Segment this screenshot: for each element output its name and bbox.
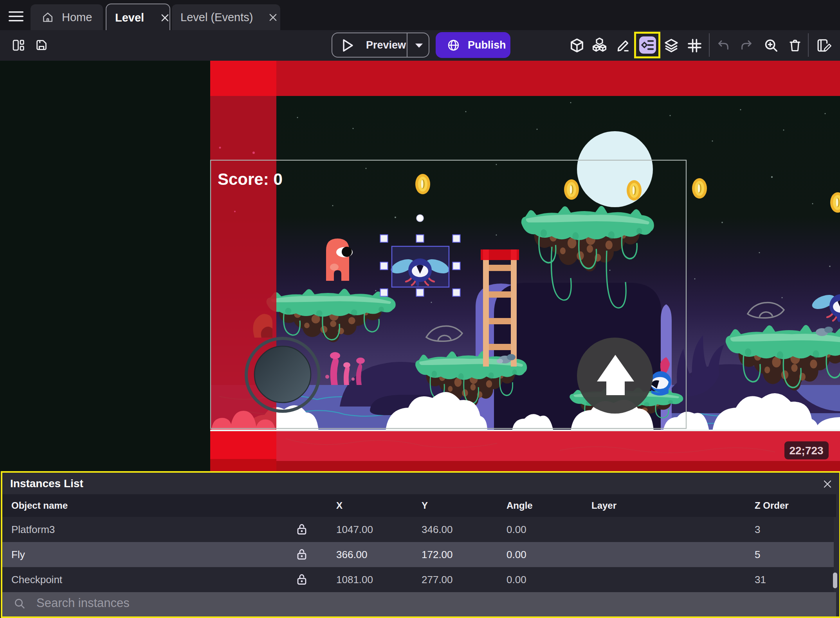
svg-text:22;723: 22;723 [789,445,823,457]
svg-text:Score: 0: Score: 0 [218,170,283,188]
